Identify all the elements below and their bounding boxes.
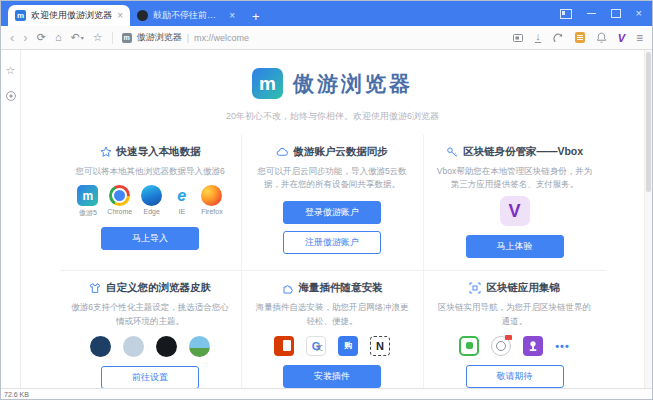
theme-swatches (90, 336, 210, 357)
section-title: 傲游账户云数据同步 (293, 145, 388, 159)
theme-black-swatch[interactable] (156, 336, 177, 357)
browser-ie[interactable]: e IE (171, 185, 192, 218)
history-icon[interactable] (552, 32, 564, 44)
url-separator: | (187, 33, 189, 43)
section-title: 区块链应用集锦 (486, 281, 560, 295)
browser-label: 傲游5 (79, 208, 97, 218)
scrollbar[interactable] (644, 50, 652, 388)
browser-list: m 傲游5 Chrome Edge e IE (77, 185, 222, 218)
browser-label: Edge (144, 208, 160, 215)
navbar: ‹ › ⟳ ⌂ ↶ ▾ ☆ m 傲游浏览器 | mx://welcome ↓ V… (1, 26, 652, 50)
download-icon[interactable]: ↓ (535, 32, 541, 43)
maxthon-logo: m (252, 68, 283, 99)
navbar-actions: ↓ V ≡ (512, 31, 643, 45)
section-import-local-data: 快速导入本地数据 您可以将本地其他浏览器数据导入傲游6 m 傲游5 Chrome (60, 135, 242, 271)
ie-icon: e (171, 185, 192, 206)
section-blockchain-apps: 区块链应用集锦 区块链实用导航，为您开启区块链世界的通道。 ••• 敬请期待 (424, 271, 606, 388)
section-header: 区块链身份管家——Vbox (446, 145, 583, 159)
page-title: 傲游浏览器 (293, 70, 413, 98)
browser-maxthon5[interactable]: m 傲游5 (77, 185, 98, 218)
tab-strip: m 欢迎使用傲游浏览器 × 鼓励不停往前方资源网- × + (8, 1, 260, 26)
chevron-down-icon: ▾ (81, 34, 84, 41)
browser-chrome[interactable]: Chrome (107, 185, 132, 218)
theme-navy-swatch[interactable] (90, 336, 111, 357)
section-title: 区块链身份管家——Vbox (463, 145, 583, 159)
home-icon[interactable]: ⌂ (55, 32, 62, 43)
shopping-plugin-icon[interactable]: 购 (338, 336, 358, 356)
undo-closed-tab-button[interactable]: ↶ ▾ (71, 32, 84, 43)
section-header: 区块链应用集锦 (469, 281, 560, 295)
welcome-page: m 傲游浏览器 20年初心不改，始终与你相伴。欢迎使用傲游6浏览器 快速导入本地… (21, 50, 644, 388)
section-desc: 傲游6支持个性化主题设定，挑选适合您心情或环境的主题。 (70, 301, 230, 327)
tab-close-icon[interactable]: × (117, 11, 123, 21)
notes-icon[interactable] (575, 32, 585, 43)
import-now-button[interactable]: 马上导入 (101, 227, 199, 250)
section-title: 自定义您的浏览器皮肤 (106, 281, 211, 295)
theme-landscape-swatch[interactable] (189, 336, 210, 357)
section-desc: 区块链实用导航，为您开启区块链世界的通道。 (435, 301, 595, 327)
section-desc: 您可以开启云同步功能，导入傲游5云数据，并在您的所有设备间共享数据。 (252, 165, 412, 191)
new-tab-button[interactable]: + (252, 10, 260, 23)
forward-icon[interactable]: › (23, 31, 27, 44)
tab-welcome[interactable]: m 欢迎使用傲游浏览器 × (8, 5, 130, 26)
url-text: mx://welcome (194, 33, 249, 43)
install-plugins-button[interactable]: 安装插件 (283, 365, 381, 388)
address-bar[interactable]: m 傲游浏览器 | mx://welcome (122, 31, 503, 44)
section-title: 海量插件随意安装 (299, 281, 383, 295)
joystick-glyph (526, 339, 540, 353)
sidebar-favorites-icon[interactable]: ☆ (6, 64, 16, 77)
boss-key-icon[interactable] (560, 9, 572, 19)
vbox-icon[interactable]: V (618, 32, 625, 44)
page-subtitle: 20年初心不改，始终与你相伴。欢迎使用傲游6浏览器 (226, 110, 439, 123)
snapshot-icon[interactable] (512, 32, 524, 44)
browser-label: Chrome (107, 208, 132, 215)
undo-icon: ↶ (71, 32, 80, 43)
login-account-button[interactable]: 登录傲游账户 (283, 201, 381, 224)
maxthon5-icon: m (77, 185, 98, 206)
window-controls: × (560, 1, 642, 26)
try-now-button[interactable]: 马上体验 (466, 235, 564, 258)
office-plugin-icon[interactable] (274, 336, 294, 356)
status-bar: 72.6 KB (1, 388, 652, 399)
maxthon-favicon: m (15, 10, 26, 21)
browser-firefox[interactable]: Firefox (201, 185, 222, 218)
note-clipper-plugin-icon[interactable]: N (370, 336, 390, 356)
translate-plugin-icon[interactable]: G文 (306, 336, 326, 356)
close-button[interactable]: × (636, 8, 642, 19)
section-header: 海量插件随意安装 (282, 281, 383, 295)
back-icon[interactable]: ‹ (10, 31, 14, 44)
favorite-star-icon[interactable]: ☆ (93, 32, 103, 43)
refresh-icon[interactable]: ⟳ (37, 32, 46, 43)
scrollbar-thumb[interactable] (646, 52, 651, 192)
sidebar-target-icon[interactable] (5, 90, 17, 102)
minimize-button[interactable] (587, 13, 596, 14)
tab-close-icon[interactable]: × (229, 11, 235, 21)
theme-light-swatch[interactable] (123, 336, 144, 357)
tshirt-icon (89, 282, 101, 294)
site-favicon: m (122, 33, 132, 43)
menu-icon[interactable]: ≡ (636, 31, 643, 45)
notification-bell-icon[interactable] (596, 32, 607, 44)
section-cloud-sync: 傲游账户云数据同步 您可以开启云同步功能，导入傲游5云数据，并在您的所有设备间共… (242, 135, 424, 271)
maximize-button[interactable] (611, 9, 621, 18)
more-apps-icon[interactable]: ••• (555, 340, 570, 352)
register-account-button[interactable]: 注册傲游账户 (283, 231, 381, 254)
cloud-icon (276, 146, 288, 158)
green-app-icon[interactable] (459, 336, 479, 356)
network-speed: 72.6 KB (4, 391, 29, 398)
content-area: ☆ m 傲游浏览器 20年初心不改，始终与你相伴。欢迎使用傲游6浏览器 快速导入… (1, 50, 652, 388)
go-to-settings-button[interactable]: 前往设置 (101, 366, 199, 388)
section-header: 自定义您的浏览器皮肤 (89, 281, 211, 295)
browser-label: IE (178, 208, 185, 215)
plugin-icon (282, 282, 294, 294)
coming-soon-button[interactable]: 敬请期待 (466, 365, 564, 388)
side-rail: ☆ (1, 50, 21, 388)
firefox-icon (201, 185, 222, 206)
game-app-icon[interactable] (523, 336, 543, 356)
tab-title: 鼓励不停往前方资源网- (153, 9, 224, 22)
browser-edge[interactable]: Edge (141, 185, 162, 218)
camera-app-icon[interactable] (491, 336, 511, 356)
browser-label: Firefox (201, 208, 222, 215)
vbox-app-icon[interactable]: V (500, 196, 530, 226)
tab-resource-site[interactable]: 鼓励不停往前方资源网- × (130, 5, 242, 26)
